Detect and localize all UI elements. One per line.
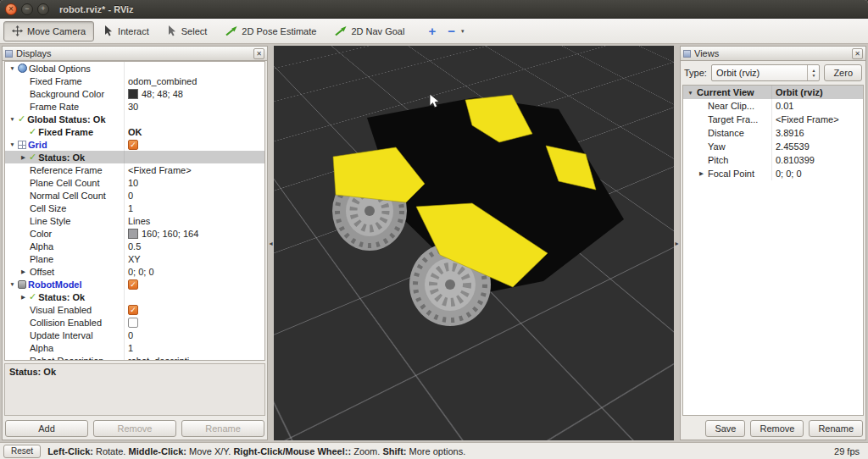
view-type-select[interactable]: Orbit (rviz) ▲▼ <box>711 64 820 81</box>
tree-value-cell[interactable]: 2.45539 <box>771 140 863 153</box>
rename-button[interactable]: Rename <box>181 420 264 437</box>
remove-tool-button[interactable]: −▾ <box>442 21 469 41</box>
tree-row-global-status-ok[interactable]: ▼✓Global Status: Ok <box>5 113 264 125</box>
tree-value-cell[interactable] <box>124 316 264 329</box>
views-panel-header[interactable]: Views ✕ <box>681 47 865 61</box>
minimize-window-button[interactable]: − <box>21 3 33 15</box>
tree-value-cell[interactable]: Orbit (rviz) <box>771 86 863 99</box>
tree-value-cell[interactable]: 0 <box>124 329 264 341</box>
tree-row-fixed-frame[interactable]: Fixed Frameodom_combined <box>5 75 264 87</box>
tree-value-cell[interactable]: <Fixed Frame> <box>771 113 863 126</box>
tree-value-cell[interactable]: 160; 160; 164 <box>124 227 264 240</box>
color-swatch[interactable] <box>128 89 138 99</box>
tree-row-reference-frame[interactable]: Reference Frame<Fixed Frame> <box>5 163 264 176</box>
add-button[interactable]: Add <box>5 420 88 437</box>
remove-button[interactable]: Remove <box>93 420 176 437</box>
2d-nav-goal-button[interactable]: 2D Nav Goal <box>326 21 413 41</box>
tree-row-status-ok[interactable]: ▶✓Status: Ok <box>5 151 264 163</box>
tree-row-status-ok[interactable]: ▶✓Status: Ok <box>5 290 264 303</box>
tree-value-cell[interactable]: 0.5 <box>124 240 264 252</box>
tree-value-cell[interactable]: Lines <box>124 214 264 227</box>
tree-row-offset[interactable]: ▶Offset0; 0; 0 <box>5 265 264 278</box>
zero-button[interactable]: Zero <box>824 64 862 81</box>
tree-row-distance[interactable]: Distance3.8916 <box>683 126 863 140</box>
select-button[interactable]: Select <box>159 21 216 41</box>
displays-panel-header[interactable]: Displays ✕ <box>3 47 267 61</box>
checkbox-unchecked[interactable] <box>128 318 138 328</box>
checkbox-checked[interactable]: ✓ <box>128 305 138 315</box>
remove-button[interactable]: Remove <box>750 420 804 437</box>
maximize-window-button[interactable]: + <box>37 3 49 15</box>
tree-value-cell[interactable] <box>124 290 264 303</box>
tree-value-cell[interactable]: 0; 0; 0 <box>771 167 863 180</box>
tree-row-robot-description[interactable]: Robot Descriptionrobot_descripti <box>5 354 264 361</box>
tree-row-plane[interactable]: PlaneXY <box>5 252 264 265</box>
checkbox-checked[interactable]: ✓ <box>128 279 138 290</box>
tree-row-cell-size[interactable]: Cell Size1 <box>5 202 264 214</box>
tree-value-cell[interactable]: 0.810399 <box>771 153 863 167</box>
tree-row-update-interval[interactable]: Update Interval0 <box>5 329 264 341</box>
move-camera-button[interactable]: Move Camera <box>3 21 94 41</box>
tree-row-collision-enabled[interactable]: Collision Enabled <box>5 316 264 329</box>
combo-spinner-icon[interactable]: ▲▼ <box>807 65 819 80</box>
close-window-button[interactable]: × <box>5 3 17 15</box>
tree-row-line-style[interactable]: Line StyleLines <box>5 214 264 227</box>
tree-value-cell[interactable]: OK <box>124 125 264 138</box>
tree-value-cell[interactable] <box>124 151 264 163</box>
tree-row-background-color[interactable]: Background Color48; 48; 48 <box>5 87 264 100</box>
expander-open-icon[interactable]: ▼ <box>8 65 17 71</box>
tree-value-cell[interactable] <box>124 113 264 125</box>
close-panel-icon[interactable]: ✕ <box>253 48 264 59</box>
close-panel-icon[interactable]: ✕ <box>852 48 863 59</box>
tree-value-cell[interactable]: odom_combined <box>124 75 264 87</box>
tree-row-pitch[interactable]: Pitch0.810399 <box>683 153 863 167</box>
tree-value-cell[interactable]: 30 <box>124 100 264 113</box>
tree-row-target-fra[interactable]: Target Fra...<Fixed Frame> <box>683 113 863 126</box>
color-swatch[interactable] <box>128 229 138 239</box>
interact-button[interactable]: Interact <box>96 21 158 41</box>
2d-pose-estimate-button[interactable]: 2D Pose Estimate <box>217 21 325 41</box>
tree-row-normal-cell-count[interactable]: Normal Cell Count0 <box>5 189 264 202</box>
tree-row-near-clip[interactable]: Near Clip...0.01 <box>683 99 863 113</box>
3d-viewport[interactable] <box>274 46 674 440</box>
tree-value-cell[interactable]: 10 <box>124 176 264 189</box>
save-button[interactable]: Save <box>705 420 745 437</box>
tree-value-cell[interactable]: 1 <box>124 341 264 354</box>
tree-row-global-options[interactable]: ▼Global Options <box>5 62 264 75</box>
expander-closed-icon[interactable]: ▶ <box>19 268 28 275</box>
tree-value-cell[interactable]: 0; 0; 0 <box>124 265 264 278</box>
tree-row-plane-cell-count[interactable]: Plane Cell Count10 <box>5 176 264 189</box>
left-splitter[interactable]: ◂ <box>268 46 274 440</box>
tree-value-cell[interactable]: ✓ <box>124 278 264 290</box>
tree-value-cell[interactable]: ✓ <box>124 303 264 316</box>
tree-row-alpha[interactable]: Alpha0.5 <box>5 240 264 252</box>
tree-value-cell[interactable]: 1 <box>124 202 264 214</box>
reset-button[interactable]: Reset <box>3 445 41 458</box>
right-splitter[interactable]: ▸ <box>674 46 680 440</box>
collapse-right-icon[interactable]: ▸ <box>675 240 678 247</box>
tree-row-color[interactable]: Color160; 160; 164 <box>5 227 264 240</box>
expander-closed-icon[interactable]: ▶ <box>19 154 28 161</box>
tree-row-fixed-frame[interactable]: ✓Fixed FrameOK <box>5 125 264 138</box>
add-tool-button[interactable]: + <box>423 21 441 41</box>
rename-button[interactable]: Rename <box>809 420 863 437</box>
tree-row-alpha[interactable]: Alpha1 <box>5 341 264 354</box>
expander-open-icon[interactable]: ▼ <box>8 281 17 287</box>
expander-open-icon[interactable]: ▼ <box>8 116 17 122</box>
tree-value-cell[interactable]: <Fixed Frame> <box>124 163 264 176</box>
tree-row-visual-enabled[interactable]: Visual Enabled✓ <box>5 303 264 316</box>
tree-value-cell[interactable]: 0.01 <box>771 99 863 113</box>
tree-value-cell[interactable]: 0 <box>124 189 264 202</box>
tree-value-cell[interactable]: ✓ <box>124 138 264 151</box>
expander-open-icon[interactable]: ▼ <box>686 90 695 96</box>
titlebar[interactable]: × − + robot.rviz* - RViz <box>0 0 868 19</box>
collapse-left-icon[interactable]: ◂ <box>269 240 272 247</box>
checkbox-checked[interactable]: ✓ <box>128 140 138 150</box>
tree-value-cell[interactable] <box>124 62 264 75</box>
expander-open-icon[interactable]: ▼ <box>8 141 17 147</box>
expander-closed-icon[interactable]: ▶ <box>697 170 706 177</box>
tree-value-cell[interactable]: 3.8916 <box>771 126 863 140</box>
tree-row-yaw[interactable]: Yaw2.45539 <box>683 140 863 153</box>
tree-value-cell[interactable]: robot_descripti <box>124 354 264 361</box>
tree-value-cell[interactable]: 48; 48; 48 <box>124 87 264 100</box>
